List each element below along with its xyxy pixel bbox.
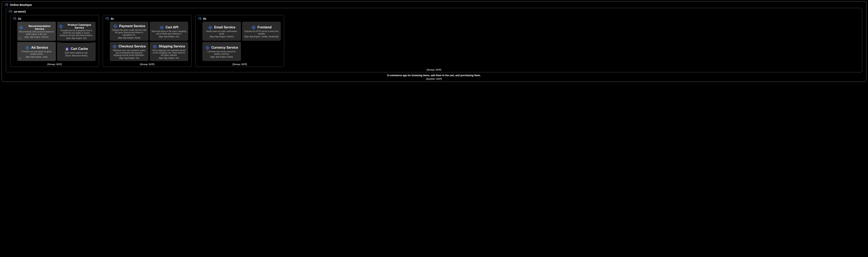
service-card-currency-service[interactable]: Currency Service Converts one money amou… <box>203 42 241 61</box>
group-box: 2x Recommendation Service Recommends oth… <box>10 15 99 67</box>
gcp-cloud-icon <box>198 17 202 21</box>
redis-icon <box>65 47 69 51</box>
svg-point-28 <box>19 58 21 59</box>
card-title-row: Shipping Service <box>153 44 185 49</box>
target-icon <box>208 25 213 30</box>
card-description: Converts one money amount to another cur… <box>204 50 239 55</box>
card-title-row: Email Service <box>208 25 235 30</box>
card-description: Gives shipping cost estimates based on t… <box>151 49 187 57</box>
system-title: Online Boutique <box>10 3 32 6</box>
region-box: us-west1 2x Recommendation Service Recom… <box>6 8 862 72</box>
card-title-row: Recommendation Service <box>19 25 54 30</box>
svg-point-15 <box>19 37 21 39</box>
card-title: Shipping Service <box>159 45 185 48</box>
service-card-frontend[interactable]: Frontend Exposes an HTTP server to serve… <box>242 22 281 41</box>
region-header: us-west1 <box>8 9 860 14</box>
card-meta: [App: App Engine, Go] <box>159 35 179 38</box>
service-card-recommendation-service[interactable]: Recommendation Service Recommends other … <box>17 22 56 41</box>
group-footer: [Group: GCP] <box>105 62 189 66</box>
gcp-cloud-icon <box>8 10 12 13</box>
card-meta: [App: App Engine, Python] <box>210 35 234 38</box>
card-title-row: Ad Service <box>25 46 48 50</box>
group-header: 2x <box>12 16 97 22</box>
card-title-row: Payment Service <box>113 24 145 29</box>
card-title: Email Service <box>214 26 235 29</box>
card-description: Provides the list of products from a JSO… <box>59 29 94 37</box>
group-box: 8x Email Service Sends users an order co… <box>195 15 284 67</box>
svg-point-2 <box>7 5 7 5</box>
svg-point-73 <box>207 47 208 48</box>
svg-point-7 <box>15 18 16 19</box>
card-description: Stores the items in the user's shopping … <box>151 30 187 35</box>
system-description: E-commerce app for browsing items, add t… <box>4 73 864 77</box>
service-card-shipping-service[interactable]: Shipping Service Gives shipping cost est… <box>150 42 188 61</box>
card-description: Exposes an HTTP server to serve the webs… <box>244 30 279 35</box>
group-title: 4x <box>111 17 114 20</box>
region-title: us-west1 <box>14 10 26 13</box>
service-card-checkout-service[interactable]: Checkout Service Retrieves user cart, pr… <box>110 42 148 61</box>
svg-point-34 <box>115 26 116 27</box>
card-title: Cart API <box>166 26 179 29</box>
svg-point-23 <box>27 47 28 48</box>
cards-grid: Email Service Sends users an order confi… <box>197 22 282 62</box>
target-icon <box>113 24 118 29</box>
target-icon <box>59 24 63 29</box>
card-meta: [App: App Engine, Node] <box>211 56 233 58</box>
target-icon <box>25 46 30 50</box>
loading-swirl-icon <box>19 37 21 39</box>
card-description: Sends users an order confirmation email <box>204 30 239 35</box>
service-card-cart-cache[interactable]: Cart Cache Store items added to cart. [S… <box>57 42 96 61</box>
card-meta: [App: App Engine, Vuetify, JavaScript] <box>244 35 278 38</box>
cards-grid: Recommendation Service Recommends other … <box>12 22 97 62</box>
service-card-payment-service[interactable]: Payment Service Charges the given credit… <box>110 22 148 41</box>
card-title: Cart Cache <box>71 47 88 51</box>
region-footer: [Group: GCP] <box>8 68 860 71</box>
service-card-ad-service[interactable]: Ad Service Provides text ads based on gi… <box>17 42 56 61</box>
card-meta: [App: App Engine, Java] <box>26 56 48 58</box>
system-header: Online Boutique <box>4 3 864 8</box>
svg-point-46 <box>114 46 115 47</box>
svg-point-6 <box>14 18 14 19</box>
group-title: 8x <box>203 17 207 20</box>
loading-swirl-icon <box>19 57 21 60</box>
svg-point-52 <box>154 46 155 47</box>
card-description: Recommends other products based on what'… <box>19 31 54 35</box>
target-icon <box>153 44 157 49</box>
group-box: 4x Payment Service Charges the given cre… <box>103 15 192 67</box>
svg-rect-29 <box>65 47 68 50</box>
svg-point-40 <box>161 27 162 28</box>
gcp-cloud-icon <box>105 17 109 21</box>
group-header: 4x <box>105 16 189 22</box>
group-title: 2x <box>18 17 21 20</box>
card-title: Currency Service <box>211 46 238 49</box>
target-icon <box>19 25 23 30</box>
svg-point-30 <box>106 18 107 19</box>
card-title: Frontend <box>257 26 271 29</box>
svg-point-61 <box>210 27 211 28</box>
card-meta: [App: App Engine, Go] <box>159 57 179 59</box>
gcp-cloud-icon <box>13 17 17 21</box>
card-description: Store items added to cart. <box>65 52 88 54</box>
card-title-row: Currency Service <box>205 46 238 50</box>
target-icon <box>160 25 164 30</box>
service-card-product-catalogue-service[interactable]: Product Catalogue Service Provides the l… <box>57 22 96 41</box>
svg-point-4 <box>10 11 11 11</box>
svg-point-58 <box>200 18 200 19</box>
system-box: Online Boutique us-west1 2x <box>2 1 866 82</box>
svg-point-0 <box>6 4 6 5</box>
svg-point-10 <box>21 27 22 28</box>
system-footer: [System: GCP] <box>4 77 864 80</box>
svg-point-17 <box>61 26 62 27</box>
service-card-cart-api[interactable]: Cart API Stores the items in the user's … <box>150 22 188 41</box>
groups-row: 2x Recommendation Service Recommends oth… <box>8 14 860 68</box>
card-description: Charges the given credit card info with … <box>112 29 147 36</box>
card-title-row: Checkout Service <box>113 44 146 49</box>
svg-point-5 <box>11 11 11 12</box>
cards-grid: Payment Service Charges the given credit… <box>105 22 189 62</box>
svg-point-67 <box>253 27 254 28</box>
svg-point-59 <box>200 19 201 19</box>
svg-point-31 <box>107 18 108 19</box>
service-card-email-service[interactable]: Email Service Sends users an order confi… <box>203 22 241 41</box>
target-icon <box>251 25 256 30</box>
card-title-row: Cart Cache <box>65 47 88 51</box>
